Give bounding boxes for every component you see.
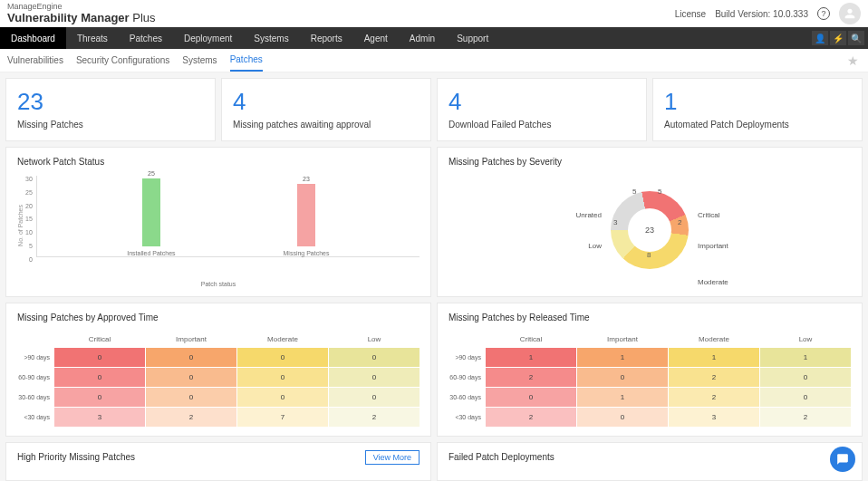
grid-row-label: <30 days (17, 408, 53, 427)
subnav-vulnerabilities[interactable]: Vulnerabilities (7, 50, 63, 71)
heatmap-cell[interactable]: 0 (237, 348, 328, 367)
stat-value: 4 (233, 88, 420, 116)
grid-row-label: >90 days (17, 348, 53, 367)
stat-value: 1 (664, 88, 851, 116)
heatmap-cell[interactable]: 3 (54, 408, 145, 427)
heatmap-cell[interactable]: 0 (237, 368, 328, 387)
grid-row-label: <30 days (448, 408, 485, 427)
heatmap-approved: CriticalImportantModerateLow>90 days0000… (17, 332, 420, 427)
stat-card[interactable]: 4Missing patches awaiting approval (221, 78, 431, 141)
stat-card[interactable]: 23Missing Patches (5, 78, 216, 141)
donut-value: 5 (632, 188, 636, 196)
card-title: Missing Patches by Severity (448, 157, 851, 167)
heatmap-cell[interactable]: 2 (486, 368, 576, 387)
stat-label: Automated Patch Deployments (664, 120, 851, 130)
heatmap-cell[interactable]: 2 (486, 408, 576, 427)
heatmap-cell[interactable]: 0 (146, 368, 236, 387)
heatmap-cell[interactable]: 7 (237, 408, 328, 427)
card-title: High Priority Missing Patches (17, 452, 420, 462)
heatmap-cell[interactable]: 3 (669, 408, 759, 427)
donut-label: Important (698, 242, 752, 250)
topbar: ManageEngine Vulnerability Manager Plus … (0, 0, 868, 27)
search-icon[interactable]: 🔍 (848, 31, 864, 45)
nav-threats[interactable]: Threats (66, 27, 119, 49)
nav-dashboard[interactable]: Dashboard (0, 27, 66, 49)
nav-admin[interactable]: Admin (399, 27, 446, 49)
subnav-systems[interactable]: Systems (182, 50, 217, 71)
heatmap-cell[interactable]: 0 (54, 388, 145, 407)
heatmap-cell[interactable]: 2 (669, 368, 759, 387)
heatmap-cell[interactable]: 0 (237, 388, 328, 407)
build-version: Build Version: 10.0.333 (715, 9, 808, 19)
grid-col-header: Moderate (237, 332, 328, 347)
heatmap-cell[interactable]: 2 (669, 388, 759, 407)
grid-row-label: 60-90 days (448, 368, 485, 387)
action-icon[interactable]: ⚡ (830, 31, 846, 45)
heatmap-cell[interactable]: 0 (54, 348, 145, 367)
nav-deployment[interactable]: Deployment (173, 27, 243, 49)
view-more-button[interactable]: View More (365, 450, 420, 465)
brand: ManageEngine Vulnerability Manager Plus (7, 3, 156, 24)
grid-row-label: 60-90 days (17, 368, 53, 387)
bar[interactable] (297, 184, 315, 246)
nav-reports[interactable]: Reports (300, 27, 353, 49)
main-nav: DashboardThreatsPatchesDeploymentSystems… (0, 27, 868, 49)
grid-col-header: Important (577, 332, 668, 347)
heatmap-cell[interactable]: 0 (146, 348, 236, 367)
heatmap-released: CriticalImportantModerateLow>90 days1111… (448, 332, 851, 427)
bar-wrap: 23Missing Patches (284, 176, 330, 256)
heatmap-cell[interactable]: 1 (669, 348, 759, 367)
donut-value: 8 (647, 251, 651, 259)
nav-patches[interactable]: Patches (119, 27, 173, 49)
heatmap-cell[interactable]: 0 (760, 368, 851, 387)
card-title: Network Patch Status (17, 157, 420, 167)
chat-bubble[interactable] (830, 447, 855, 472)
stat-card[interactable]: 4Download Failed Patches (437, 78, 647, 141)
bar[interactable] (142, 178, 160, 246)
heatmap-cell[interactable]: 0 (329, 368, 420, 387)
license-link[interactable]: License (675, 9, 706, 19)
stat-card[interactable]: 1Automated Patch Deployments (652, 78, 863, 141)
bar-chart: No. of Patches30252015105025Installed Pa… (17, 176, 420, 275)
heatmap-cell[interactable]: 0 (577, 408, 668, 427)
heatmap-cell[interactable]: 0 (54, 368, 145, 387)
grid-col-header: Critical (486, 332, 576, 347)
heatmap-cell[interactable]: 2 (146, 408, 236, 427)
heatmap-cell[interactable]: 2 (760, 408, 851, 427)
nav-support[interactable]: Support (446, 27, 499, 49)
brand-superscript: ManageEngine (7, 3, 156, 11)
heatmap-cell[interactable]: 1 (577, 348, 668, 367)
grid-col-header: Low (760, 332, 851, 347)
heatmap-cell[interactable]: 1 (577, 388, 668, 407)
heatmap-cell[interactable]: 0 (577, 368, 668, 387)
brand-main: Vulnerability Manager Plus (7, 11, 156, 24)
donut-chart: 2355283UnratedCriticalImportantModerateL… (448, 176, 851, 284)
sub-nav: VulnerabilitiesSecurity ConfigurationsSy… (0, 49, 868, 72)
heatmap-cell[interactable]: 1 (486, 348, 576, 367)
card-title: Missing Patches by Released Time (448, 313, 851, 322)
heatmap-cell[interactable]: 2 (329, 408, 420, 427)
released-time-card: Missing Patches by Released Time Critica… (437, 303, 863, 437)
avatar[interactable] (839, 3, 861, 24)
nav-agent[interactable]: Agent (353, 27, 399, 49)
help-icon[interactable]: ? (817, 7, 830, 20)
y-axis: 302520151050 (25, 176, 36, 275)
favorite-icon[interactable]: ★ (847, 53, 859, 68)
nav-systems[interactable]: Systems (243, 27, 299, 49)
grid-col-header: Moderate (669, 332, 759, 347)
heatmap-cell[interactable]: 0 (329, 348, 420, 367)
x-axis-label: Patch status (17, 281, 420, 287)
subnav-patches[interactable]: Patches (230, 49, 263, 72)
notification-icon[interactable]: 👤 (812, 31, 828, 45)
heatmap-cell[interactable]: 0 (329, 388, 420, 407)
card-title: Failed Patch Deployments (448, 452, 851, 462)
subnav-security-configurations[interactable]: Security Configurations (76, 50, 169, 71)
heatmap-cell[interactable]: 0 (760, 388, 851, 407)
heatmap-cell[interactable]: 1 (760, 348, 851, 367)
grid-row-label: 30-60 days (17, 388, 53, 407)
donut-label: Unrated (538, 211, 602, 219)
bar-wrap: 25Installed Patches (127, 170, 175, 256)
heatmap-cell[interactable]: 0 (146, 388, 236, 407)
donut[interactable]: 2355283UnratedCriticalImportantModerateL… (611, 191, 689, 269)
heatmap-cell[interactable]: 0 (486, 388, 576, 407)
